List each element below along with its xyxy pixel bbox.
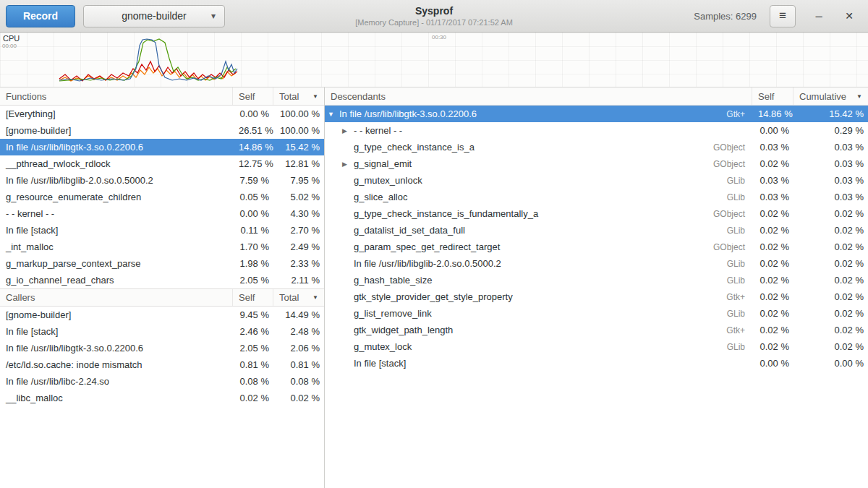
time-tick-start: 00:00: [2, 43, 17, 49]
function-name: In file /usr/lib/libgtk-3.so.0.2200.6: [0, 343, 233, 354]
chevron-down-icon: ▾: [211, 11, 216, 21]
tree-row[interactable]: In file [stack]0.00 %0.00 %: [325, 355, 868, 372]
cumulative-percent: 0.03 %: [793, 142, 868, 153]
function-name: g_datalist_id_set_data_full: [354, 225, 465, 236]
tree-row[interactable]: g_hash_table_sizeGLib0.02 %0.02 %: [325, 272, 868, 288]
function-name-cell: gtk_style_provider_get_style_property: [325, 291, 702, 302]
library-label: GObject: [702, 242, 752, 252]
table-row[interactable]: [gnome-builder]9.45 %14.49 %: [0, 307, 324, 323]
self-percent: 0.02 %: [752, 258, 793, 269]
cumulative-percent: 0.02 %: [793, 325, 868, 335]
function-name: g_mutex_unlock: [354, 175, 422, 186]
table-row[interactable]: In file /usr/lib/libc-2.24.so0.08 %0.08 …: [0, 373, 324, 390]
column-header-total[interactable]: Total ▼: [273, 289, 324, 306]
tree-row[interactable]: ▶g_signal_emitGObject0.02 %0.03 %: [325, 155, 868, 172]
column-header-descendants[interactable]: Descendants: [325, 87, 752, 105]
column-header-total-label: Total: [279, 292, 299, 303]
total-percent: 2.11 %: [273, 275, 324, 286]
cpu-trace-green: [59, 39, 236, 81]
tree-row[interactable]: In file /usr/lib/libglib-2.0.so.0.5000.2…: [325, 255, 868, 272]
table-row[interactable]: [Everything]0.00 %100.00 %: [0, 106, 324, 122]
library-label: Gtk+: [702, 109, 752, 119]
menu-button[interactable]: ≡: [770, 5, 796, 27]
cpu-graph-panel[interactable]: CPU 00:00 00:30: [0, 33, 868, 87]
total-percent: 2.49 %: [273, 241, 324, 252]
tree-row[interactable]: g_datalist_id_set_data_fullGLib0.02 %0.0…: [325, 222, 868, 239]
column-header-functions[interactable]: Functions: [0, 87, 233, 105]
table-row[interactable]: In file /usr/lib/libgtk-3.so.0.2200.614.…: [0, 139, 324, 155]
function-name-cell: g_datalist_id_set_data_full: [325, 225, 702, 236]
cumulative-percent: 0.03 %: [793, 175, 868, 186]
total-percent: 2.33 %: [273, 258, 324, 269]
column-header-cumulative[interactable]: Cumulative ▼: [793, 87, 868, 105]
process-selector-dropdown[interactable]: gnome-builder ▾: [83, 5, 225, 27]
function-name: g_type_check_instance_is_fundamentally_a: [354, 208, 538, 219]
table-row[interactable]: g_resource_enumerate_children0.05 %5.02 …: [0, 189, 324, 205]
header-right-controls: Samples: 6299 ≡ ─ ✕: [694, 5, 862, 27]
expander-closed-icon[interactable]: ▶: [342, 127, 354, 134]
descendants-table-header: Descendants Self Cumulative ▼: [325, 87, 868, 106]
function-name: g_param_spec_get_redirect_target: [354, 241, 500, 252]
tree-row[interactable]: g_type_check_instance_is_aGObject0.03 %0…: [325, 139, 868, 155]
record-button[interactable]: Record: [6, 5, 75, 27]
tree-row[interactable]: g_mutex_lockGLib0.02 %0.02 %: [325, 338, 868, 355]
table-row[interactable]: _int_malloc1.70 %2.49 %: [0, 239, 324, 255]
self-percent: 2.05 %: [233, 275, 273, 286]
function-name: g_slice_alloc: [354, 192, 407, 202]
column-header-total[interactable]: Total ▼: [273, 87, 324, 105]
self-percent: 0.03 %: [752, 192, 793, 202]
table-row[interactable]: /etc/ld.so.cache: inode mismatch0.81 %0.…: [0, 356, 324, 373]
minimize-button[interactable]: ─: [813, 10, 825, 22]
table-row[interactable]: __libc_malloc0.02 %0.02 %: [0, 390, 324, 406]
samples-count: Samples: 6299: [694, 11, 757, 22]
table-row[interactable]: __pthread_rwlock_rdlock12.75 %12.81 %: [0, 155, 324, 172]
table-row[interactable]: g_io_channel_read_chars2.05 %2.11 %: [0, 272, 324, 288]
expander-closed-icon[interactable]: ▶: [342, 160, 354, 168]
tree-row[interactable]: ▶- - kernel - -0.00 %0.29 %: [325, 122, 868, 139]
function-name: In file /usr/lib/libglib-2.0.so.0.5000.2: [354, 258, 501, 269]
function-name: g_mutex_lock: [354, 341, 412, 352]
self-percent: 0.00 %: [752, 125, 793, 136]
self-percent: 7.59 %: [233, 175, 273, 186]
column-header-self[interactable]: Self: [233, 87, 273, 105]
tree-row[interactable]: g_list_remove_linkGLib0.02 %0.02 %: [325, 305, 868, 322]
table-row[interactable]: In file [stack]0.11 %2.70 %: [0, 222, 324, 239]
expander-open-icon[interactable]: ▼: [328, 111, 339, 118]
self-percent: 0.02 %: [752, 291, 793, 302]
close-button[interactable]: ✕: [843, 10, 855, 22]
callers-table-body: [gnome-builder]9.45 %14.49 %In file [sta…: [0, 307, 324, 406]
function-name: gtk_widget_path_length: [354, 325, 453, 335]
table-row[interactable]: g_markup_parse_context_parse1.98 %2.33 %: [0, 255, 324, 272]
self-percent: 0.02 %: [752, 241, 793, 252]
tree-row[interactable]: g_slice_allocGLib0.03 %0.03 %: [325, 189, 868, 205]
table-row[interactable]: In file /usr/lib/libglib-2.0.so.0.5000.2…: [0, 172, 324, 189]
self-percent: 0.81 %: [233, 359, 273, 370]
cumulative-percent: 0.03 %: [793, 158, 868, 169]
function-name: g_list_remove_link: [354, 308, 432, 319]
table-row[interactable]: [gnome-builder]26.51 %100.00 %: [0, 122, 324, 139]
library-label: GObject: [702, 159, 752, 169]
function-name-cell: g_slice_alloc: [325, 192, 702, 202]
cumulative-percent: 0.00 %: [793, 358, 868, 369]
table-row[interactable]: In file [stack]2.46 %2.48 %: [0, 323, 324, 340]
function-name-cell: g_type_check_instance_is_fundamentally_a: [325, 208, 702, 219]
tree-row[interactable]: g_param_spec_get_redirect_targetGObject0…: [325, 239, 868, 255]
cumulative-percent: 0.02 %: [793, 208, 868, 219]
library-label: Gtk+: [702, 325, 752, 335]
tree-row[interactable]: ▼In file /usr/lib/libgtk-3.so.0.2200.6Gt…: [325, 106, 868, 122]
tree-row[interactable]: gtk_widget_path_lengthGtk+0.02 %0.02 %: [325, 322, 868, 338]
column-header-self[interactable]: Self: [233, 289, 273, 306]
tree-row[interactable]: g_type_check_instance_is_fundamentally_a…: [325, 205, 868, 222]
total-percent: 0.81 %: [273, 359, 324, 370]
cumulative-percent: 0.02 %: [793, 275, 868, 286]
tree-row[interactable]: gtk_style_provider_get_style_propertyGtk…: [325, 288, 868, 305]
library-label: GLib: [702, 342, 752, 352]
cumulative-percent: 0.02 %: [793, 341, 868, 352]
table-row[interactable]: In file /usr/lib/libgtk-3.so.0.2200.62.0…: [0, 340, 324, 356]
column-header-self[interactable]: Self: [752, 87, 793, 105]
library-label: GObject: [702, 209, 752, 219]
library-label: Gtk+: [702, 292, 752, 302]
tree-row[interactable]: g_mutex_unlockGLib0.03 %0.03 %: [325, 172, 868, 189]
column-header-callers[interactable]: Callers: [0, 289, 233, 306]
table-row[interactable]: - - kernel - -0.00 %4.30 %: [0, 205, 324, 222]
